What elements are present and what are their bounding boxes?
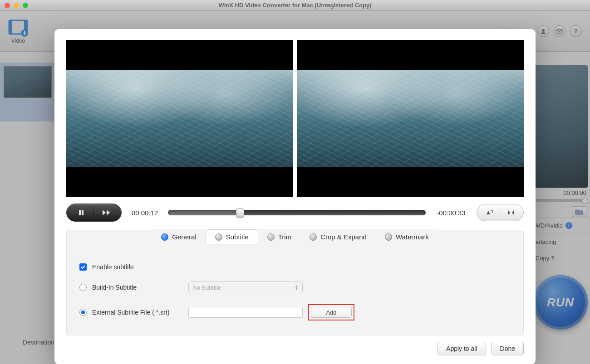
svg-rect-6	[79, 210, 81, 215]
add-subtitle-button[interactable]: Add	[311, 307, 352, 318]
external-subtitle-radio[interactable]	[79, 309, 87, 316]
tab-general[interactable]: General	[152, 229, 205, 244]
svg-rect-7	[82, 210, 84, 215]
external-subtitle-path-input[interactable]	[188, 307, 303, 318]
playback-pill	[66, 204, 122, 222]
radio-icon	[267, 233, 275, 241]
rotate-button[interactable]	[478, 206, 500, 219]
radio-icon	[310, 233, 317, 241]
done-button[interactable]: Done	[492, 342, 524, 355]
edit-video-modal: 00:00:12 -00:00:33 General	[54, 29, 536, 364]
edit-tabs: General Subtitle Trim Crop & Expand Wate…	[79, 229, 511, 244]
add-button-highlight: Add	[308, 304, 354, 320]
transform-pill	[477, 204, 524, 221]
builtin-subtitle-label: Build-In Subtitle	[92, 284, 183, 291]
flip-button[interactable]	[500, 206, 522, 219]
window-title: WinX HD Video Converter for Mac (Unregis…	[0, 2, 590, 9]
app-body: Video ? 00:00:00 MD/Nvidia i erlacing	[0, 11, 590, 364]
builtin-subtitle-select[interactable]: No Subtitle ▲▼	[188, 281, 303, 293]
preview-output	[297, 40, 524, 197]
remaining-time: -00:00:33	[433, 209, 469, 217]
preview-original	[66, 40, 293, 197]
seek-knob[interactable]	[236, 209, 244, 218]
tab-trim[interactable]: Trim	[258, 229, 300, 244]
tab-crop-expand[interactable]: Crop & Expand	[300, 229, 376, 244]
external-subtitle-label: External Subtitle File ( *.srt)	[92, 309, 183, 316]
enable-subtitle-checkbox[interactable]	[79, 263, 87, 271]
apply-to-all-button[interactable]: Apply to all	[438, 342, 486, 355]
radio-icon	[161, 233, 168, 241]
radio-icon	[385, 233, 392, 241]
tab-subtitle[interactable]: Subtitle	[206, 229, 258, 244]
edit-tabs-panel: General Subtitle Trim Crop & Expand Wate…	[66, 230, 524, 335]
seek-progress	[168, 210, 240, 215]
fast-forward-button[interactable]	[94, 206, 119, 219]
tab-watermark[interactable]: Watermark	[376, 229, 438, 244]
builtin-subtitle-radio[interactable]	[79, 284, 87, 291]
player-controls: 00:00:12 -00:00:33	[66, 204, 524, 222]
current-time: 00:00:12	[129, 209, 161, 217]
window-titlebar: WinX HD Video Converter for Mac (Unregis…	[0, 0, 590, 11]
modal-footer: Apply to all Done	[66, 342, 524, 355]
preview-row	[66, 40, 524, 197]
subtitle-form: Enable subtitle Build-In Subtitle No Sub…	[79, 245, 511, 326]
radio-icon	[215, 233, 222, 241]
chevron-updown-icon: ▲▼	[295, 285, 299, 290]
enable-subtitle-label: Enable subtitle	[92, 263, 134, 271]
seek-bar[interactable]	[168, 210, 426, 215]
pause-button[interactable]	[69, 206, 94, 219]
